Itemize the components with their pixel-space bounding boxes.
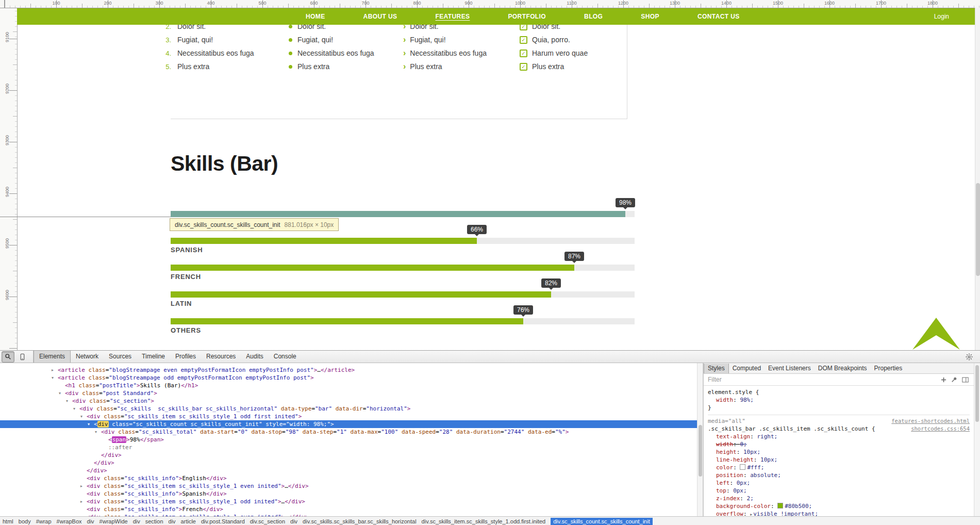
tree-collapse-arrow-icon[interactable]: ▾ <box>95 428 101 436</box>
css-property[interactable]: text-align: right; <box>708 433 970 440</box>
login-button[interactable]: Login <box>934 8 949 25</box>
breadcrumb-item[interactable]: div.post.Standard <box>201 518 245 524</box>
stylesheet-link[interactable]: shortcodes.css:654 <box>911 425 970 433</box>
sidebar-tab-computed[interactable]: Computed <box>729 364 765 373</box>
devtools-tab-network[interactable]: Network <box>71 351 104 363</box>
settings-button[interactable] <box>966 353 973 360</box>
breadcrumb-item[interactable]: div.sc_skills_count.sc_skills_count_init <box>551 518 653 525</box>
css-property[interactable]: line-height: 10px; <box>708 456 970 464</box>
tree-expand-arrow-icon[interactable]: ▸ <box>52 366 58 374</box>
nav-item-portfolio[interactable]: PORTFOLIO <box>508 13 546 20</box>
css-property[interactable]: width: 98%; <box>708 396 970 404</box>
css-property[interactable]: background-color: #80b500; <box>708 502 970 510</box>
dom-token: < <box>94 421 97 428</box>
stylesheet-link[interactable]: features-shortcodes.html <box>891 417 970 425</box>
devtools-tab-console[interactable]: Console <box>269 351 302 363</box>
breadcrumb-item[interactable]: div <box>290 518 297 524</box>
add-rule-icon[interactable] <box>941 377 946 383</box>
breadcrumb-item[interactable]: html <box>3 518 13 524</box>
page-scrollbar-thumb[interactable] <box>976 183 980 276</box>
tree-collapse-arrow-icon[interactable]: ▾ <box>88 420 94 428</box>
dom-tree-row[interactable]: </div> <box>0 451 697 459</box>
breadcrumb-item[interactable]: div <box>87 518 94 524</box>
breadcrumb-item[interactable]: article <box>181 518 196 524</box>
dom-tree-row[interactable]: ▾<div class="sc_skills_count sc_skills_c… <box>0 420 697 428</box>
breadcrumb-item[interactable]: section <box>145 518 163 524</box>
breadcrumb-item[interactable]: #wrap <box>36 518 52 524</box>
inspect-element-button[interactable] <box>2 351 14 363</box>
tree-collapse-arrow-icon[interactable]: ▾ <box>66 397 72 405</box>
dom-tree-row[interactable]: ::after <box>0 444 697 451</box>
css-property-value: 0; <box>740 441 746 448</box>
dom-tree-row[interactable]: <h1 class="postTitle">Skills (Bar)</h1> <box>0 382 697 389</box>
tree-expand-arrow-icon[interactable]: ▸ <box>80 498 87 505</box>
tree-collapse-arrow-icon[interactable]: ▾ <box>73 405 79 413</box>
styles-scrollbar[interactable] <box>974 363 980 516</box>
devtools-tab-resources[interactable]: Resources <box>201 351 241 363</box>
devtools-tab-profiles[interactable]: Profiles <box>170 351 201 363</box>
breadcrumb-item[interactable]: div <box>169 518 176 524</box>
skill-bar-fill <box>171 265 574 271</box>
dom-tree-row[interactable]: ▸<div class="sc_skills_item sc_skills_st… <box>0 498 697 505</box>
sidebar-tab-dom-breakpoints[interactable]: DOM Breakpoints <box>815 364 871 373</box>
sidebar-tab-properties[interactable]: Properties <box>870 364 906 373</box>
dom-tree-row[interactable]: ▸<div class="sc_skills_item sc_skills_st… <box>0 482 697 490</box>
dom-tree-row[interactable]: <span>98%</span> <box>0 436 697 444</box>
dom-tree-row[interactable]: <div class="sc_skills_info">Spanish</div… <box>0 490 697 498</box>
element-state-pin-icon[interactable] <box>951 376 957 383</box>
dom-tree-row[interactable]: <div class="sc_skills_info">French</div> <box>0 505 697 513</box>
css-property[interactable]: width: 0; <box>708 440 970 448</box>
styles-filter-input[interactable] <box>707 375 812 384</box>
nav-item-home[interactable]: HOME <box>306 13 325 20</box>
styles-scrollbar-thumb[interactable] <box>975 365 979 422</box>
dom-token: </article> <box>321 367 355 373</box>
breadcrumb-item[interactable]: #wrapBox <box>57 518 82 524</box>
breadcrumb-item[interactable]: div.sc_skills.sc_skills_bar.sc_skills_ho… <box>303 518 416 524</box>
css-property[interactable]: overflow: ▸visible !important; <box>708 510 970 516</box>
css-property[interactable]: position: absolute; <box>708 471 970 479</box>
dom-tree-row[interactable]: </div> <box>0 467 697 474</box>
breadcrumb-item[interactable]: div.sc_section <box>250 518 285 524</box>
css-property[interactable]: z-index: 2; <box>708 495 970 502</box>
css-colon: : <box>743 511 750 516</box>
tree-collapse-arrow-icon[interactable]: ▾ <box>52 374 58 382</box>
breadcrumb-item[interactable]: #wrapWide <box>99 518 128 524</box>
dom-tree-row[interactable]: ▾<div class="sc_skills sc_skills_bar sc_… <box>0 405 697 413</box>
nav-item-blog[interactable]: BLOG <box>584 13 603 20</box>
nav-item-about-us[interactable]: ABOUT US <box>363 13 397 20</box>
shorthand-expand-arrow-icon[interactable]: ▸ <box>750 512 752 516</box>
devtools-tab-timeline[interactable]: Timeline <box>137 351 170 363</box>
devtools-tab-elements[interactable]: Elements <box>34 351 71 363</box>
tree-expand-arrow-icon[interactable]: ▸ <box>80 482 87 490</box>
dom-tree-row[interactable]: <div class="sc_skills_info">English</div… <box>0 474 697 482</box>
breadcrumb-item[interactable]: div <box>133 518 140 524</box>
device-mode-button[interactable] <box>16 351 29 363</box>
dom-tree-row[interactable]: ▾<div class="sc_skills_total" data-start… <box>0 428 697 436</box>
dom-tree-row[interactable]: </div> <box>0 459 697 467</box>
breadcrumb-item[interactable]: body <box>19 518 31 524</box>
devtools-tab-audits[interactable]: Audits <box>241 351 268 363</box>
dom-tree-row[interactable]: ▾<div class="post Standard"> <box>0 389 697 397</box>
dom-tree-scrollbar[interactable] <box>697 363 703 516</box>
tree-collapse-arrow-icon[interactable]: ▾ <box>80 413 87 420</box>
sidebar-tab-event-listeners[interactable]: Event Listeners <box>765 364 815 373</box>
tree-collapse-arrow-icon[interactable]: ▾ <box>59 389 65 397</box>
dom-tree-row[interactable]: ▸<article class="blogStreampage even emp… <box>0 366 697 374</box>
devtools-tab-sources[interactable]: Sources <box>104 351 137 363</box>
panel-layout-icon[interactable] <box>962 377 969 383</box>
css-property[interactable]: color: #fff; <box>708 464 970 471</box>
css-property[interactable]: left: 0px; <box>708 479 970 487</box>
css-property[interactable]: top: 0px; <box>708 487 970 495</box>
nav-item-contact-us[interactable]: CONTACT US <box>697 13 740 20</box>
scroll-to-top-button[interactable] <box>912 318 960 350</box>
nav-item-shop[interactable]: SHOP <box>641 13 659 20</box>
dom-tree-row[interactable]: ▾<div class="sc_section"> <box>0 397 697 405</box>
dom-tree-row[interactable]: ▾<article class="blogStreampage odd empt… <box>0 374 697 382</box>
sidebar-tab-styles[interactable]: Styles <box>704 364 729 373</box>
css-property[interactable]: height: 10px; <box>708 448 970 456</box>
nav-item-features[interactable]: FEATURES <box>435 13 470 20</box>
dom-tree-row[interactable]: ▾<div class="sc_skills_item sc_skills_st… <box>0 413 697 420</box>
dom-tree-scrollbar-thumb[interactable] <box>699 425 702 477</box>
page-scrollbar[interactable] <box>975 8 980 350</box>
breadcrumb-item[interactable]: div.sc_skills_item.sc_skills_style_1.odd… <box>422 518 546 524</box>
